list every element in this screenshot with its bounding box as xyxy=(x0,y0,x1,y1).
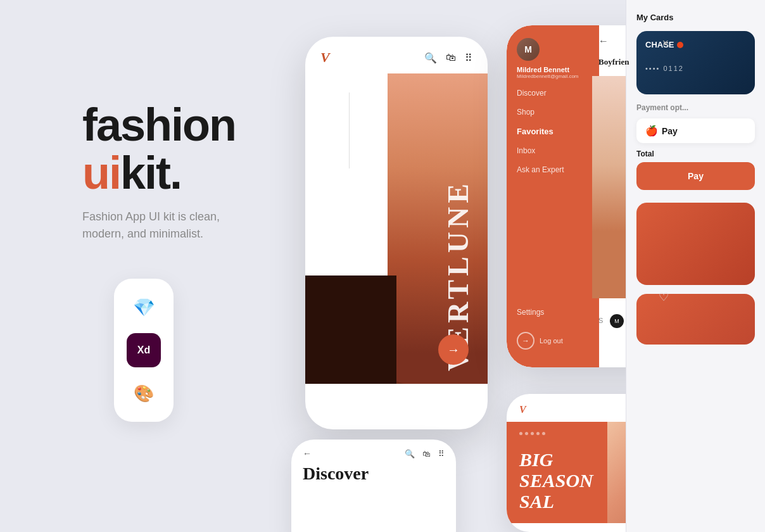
mini-menu-icon[interactable]: ⠿ xyxy=(438,449,445,459)
sale-dots xyxy=(519,432,545,435)
card-brand-name: CHASE xyxy=(645,40,674,49)
nav-item-discover[interactable]: Discover xyxy=(517,89,589,98)
sketch-icon: 💎 xyxy=(127,290,161,324)
sale-title: BIGSEASONSAL xyxy=(519,449,593,512)
dot-2 xyxy=(525,432,528,435)
card-number: •••• 0112 xyxy=(645,65,746,72)
next-arrow-button[interactable]: → xyxy=(438,334,469,365)
mini-back-icon[interactable]: ← xyxy=(303,448,312,459)
avatar: M xyxy=(517,38,540,61)
heart-icon[interactable]: ♡ xyxy=(659,290,669,304)
decorative-line xyxy=(349,92,350,168)
bag-icon[interactable]: 🛍 xyxy=(446,52,456,64)
orange-card-2[interactable] xyxy=(636,294,755,345)
user-info: Mildred Bennett Mildredbennett@gmail.com xyxy=(517,66,589,79)
total-label: Total xyxy=(636,149,755,158)
menu-logout[interactable]: → Log out xyxy=(507,332,599,350)
my-cards-title: My Cards xyxy=(636,13,755,22)
arrow-right-icon: → xyxy=(447,343,460,357)
nav-item-favorites[interactable]: Favorites xyxy=(517,127,589,136)
dot-5 xyxy=(542,432,545,435)
user-name: Mildred Bennett xyxy=(517,66,589,73)
logout-arrow-icon: → xyxy=(517,332,534,350)
menu-navigation: Discover Shop Favorites Inbox Ask an Exp… xyxy=(507,89,599,184)
phone-main-nav-icons: 🔍 🛍 ⠿ xyxy=(424,52,472,64)
bottom-dark xyxy=(305,276,396,384)
figma-icon: 🎨 xyxy=(127,376,161,410)
menu-user-area: M Mildred Bennett Mildredbennett@gmail.c… xyxy=(507,25,599,79)
size-s[interactable]: S xyxy=(598,317,603,324)
credit-card[interactable]: CHASE •••• 0112 xyxy=(636,31,755,94)
payment-options-title: Payment opt... xyxy=(636,103,755,112)
phone-main: V 🔍 🛍 ⠿ VERTLUNE → xyxy=(305,37,488,429)
apple-pay-label: Pay xyxy=(662,126,678,136)
menu-settings[interactable]: Settings xyxy=(507,308,599,317)
settings-label: Settings xyxy=(517,308,589,317)
right-panel: My Cards CHASE •••• 0112 Payment opt... … xyxy=(626,0,765,532)
dot-3 xyxy=(531,432,534,435)
card-brand: CHASE xyxy=(645,40,746,49)
card-brand-dot xyxy=(677,42,683,48)
nav-item-inbox[interactable]: Inbox xyxy=(517,146,589,155)
phone-main-logo: V xyxy=(320,49,330,66)
mini-phone-header: ← 🔍 🛍 ⠿ xyxy=(291,440,456,464)
pay-now-button[interactable]: Pay xyxy=(636,162,755,190)
hero-section: fashion uikit. Fashion App UI kit is cle… xyxy=(82,101,236,243)
user-email: Mildredbennett@gmail.com xyxy=(517,73,589,79)
menu-icon[interactable]: ⠿ xyxy=(465,52,472,64)
dot-4 xyxy=(536,432,540,435)
brand-title-ui: ui xyxy=(82,148,120,198)
tool-icons-panel: 💎 Xd 🎨 xyxy=(114,279,174,422)
pay-now-label: Pay xyxy=(688,171,704,181)
product-title: Boyfrien xyxy=(598,57,629,67)
mini-nav-icons: 🔍 🛍 ⠿ xyxy=(405,449,445,459)
phone-mini-left: ← 🔍 🛍 ⠿ Discover xyxy=(291,440,456,532)
close-icon[interactable]: × xyxy=(662,37,669,50)
dot-1 xyxy=(519,432,522,435)
search-icon[interactable]: 🔍 xyxy=(424,52,437,64)
apple-icon: 🍎 xyxy=(645,125,658,137)
brand-description: Fashion App UI kit is clean, modern, and… xyxy=(82,208,234,243)
apple-pay-button[interactable]: 🍎 Pay xyxy=(636,118,755,143)
mini-bag-icon[interactable]: 🛍 xyxy=(422,449,431,459)
brand-title: fashion uikit. xyxy=(82,101,236,197)
brand-title-kit: kit. xyxy=(120,148,181,198)
phone-main-header: V 🔍 🛍 ⠿ xyxy=(305,37,488,73)
mini-search-icon[interactable]: 🔍 xyxy=(405,449,415,459)
back-icon[interactable]: ← xyxy=(598,35,609,47)
logout-label: Log out xyxy=(540,337,563,345)
orange-card-1[interactable] xyxy=(636,203,755,285)
size-m-selected[interactable]: M xyxy=(610,314,624,328)
brand-title-fashion: fashion xyxy=(82,99,236,150)
nav-item-ask-expert[interactable]: Ask an Expert xyxy=(517,165,589,174)
mini-right-logo: V xyxy=(519,404,526,415)
discover-heading: Discover xyxy=(291,464,456,484)
adobe-xd-icon: Xd xyxy=(127,333,161,367)
phone-main-content: VERTLUNE → xyxy=(305,73,488,384)
nav-item-shop[interactable]: Shop xyxy=(517,108,589,117)
